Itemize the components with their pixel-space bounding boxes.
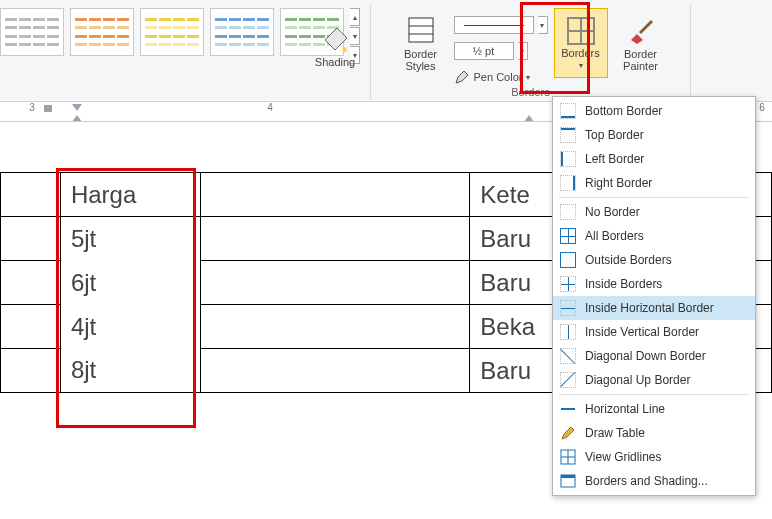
pen-color-label: Pen Color	[474, 71, 523, 83]
bucket-icon	[319, 22, 351, 54]
menu-diagonal-up-border[interactable]: Diagonal Up Border	[553, 368, 755, 392]
ruler-indent-marker[interactable]	[44, 105, 52, 112]
ruler-hanging-indent[interactable]	[72, 112, 82, 122]
hline-icon	[560, 401, 576, 417]
borders-icon	[567, 17, 595, 45]
menu-borders-and-shading[interactable]: Borders and Shading...	[553, 469, 755, 493]
menu-diagonal-down-border[interactable]: Diagonal Down Border	[553, 344, 755, 368]
pen-weight-value: ½ pt	[473, 45, 494, 57]
borders-label: Borders	[561, 47, 600, 59]
ruler-num: 4	[267, 102, 273, 113]
borders-dropdown-button[interactable]: Borders ▾	[554, 8, 608, 78]
dialog-icon	[560, 473, 576, 489]
menu-inside-borders[interactable]: Inside Borders	[553, 272, 755, 296]
menu-separator	[559, 197, 749, 198]
menu-separator	[559, 394, 749, 395]
border-painter-label: Border Painter	[623, 48, 658, 72]
menu-inside-horizontal-border[interactable]: Inside Horizontal Border	[553, 296, 755, 320]
line-style-caret[interactable]: ▾	[538, 16, 548, 34]
cell[interactable]: 6jt	[60, 261, 200, 305]
menu-inside-vertical-border[interactable]: Inside Vertical Border	[553, 320, 755, 344]
menu-horizontal-line[interactable]: Horizontal Line	[553, 397, 755, 421]
pencil-icon	[560, 425, 576, 441]
menu-bottom-border[interactable]: Bottom Border	[553, 99, 755, 123]
border-styles-label: Border Styles	[404, 48, 437, 72]
table-styles-group: ▴ ▾ ▾ Shading	[0, 4, 371, 100]
menu-label: Top Border	[585, 128, 644, 142]
shading-label: Shading	[315, 56, 355, 68]
table-style-thumb[interactable]	[140, 8, 204, 56]
menu-label: Diagonal Down Border	[585, 349, 706, 363]
menu-label: All Borders	[585, 229, 644, 243]
menu-draw-table[interactable]: Draw Table	[553, 421, 755, 445]
menu-label: Diagonal Up Border	[585, 373, 690, 387]
border-styles-button[interactable]: Border Styles	[394, 8, 448, 78]
menu-label: Inside Borders	[585, 277, 662, 291]
menu-label: Bottom Border	[585, 104, 662, 118]
pen-icon	[454, 69, 470, 85]
menu-label: Inside Vertical Border	[585, 325, 699, 339]
ruler-num: 3	[29, 102, 35, 113]
menu-outside-borders[interactable]: Outside Borders	[553, 248, 755, 272]
menu-view-gridlines[interactable]: View Gridlines	[553, 445, 755, 469]
borders-dropdown-menu: Bottom Border Top Border Left Border Rig…	[552, 96, 756, 496]
cell-harga-header[interactable]: Harga	[60, 173, 200, 217]
cell[interactable]: 8jt	[60, 349, 200, 393]
borders-group: Border Styles ▾ ½ pt ▾ Pen Color ▾	[371, 4, 691, 100]
table-style-thumb[interactable]	[210, 8, 274, 56]
menu-left-border[interactable]: Left Border	[553, 147, 755, 171]
shading-button[interactable]: Shading	[308, 10, 362, 80]
ruler-num: 6	[759, 102, 765, 113]
menu-label: No Border	[585, 205, 640, 219]
menu-label: Draw Table	[585, 426, 645, 440]
table-style-thumb[interactable]	[0, 8, 64, 56]
brush-icon	[625, 14, 657, 46]
menu-label: Inside Horizontal Border	[585, 301, 714, 315]
menu-label: View Gridlines	[585, 450, 661, 464]
menu-label: Right Border	[585, 176, 652, 190]
menu-label: Horizontal Line	[585, 402, 665, 416]
menu-no-border[interactable]: No Border	[553, 200, 755, 224]
pen-color-button[interactable]: Pen Color ▾	[454, 66, 531, 88]
border-styles-icon	[405, 14, 437, 46]
menu-label: Left Border	[585, 152, 644, 166]
table-style-thumb[interactable]	[70, 8, 134, 56]
menu-top-border[interactable]: Top Border	[553, 123, 755, 147]
ruler-right-indent[interactable]	[524, 112, 534, 122]
border-painter-button[interactable]: Border Painter	[614, 8, 668, 78]
menu-all-borders[interactable]: All Borders	[553, 224, 755, 248]
menu-right-border[interactable]: Right Border	[553, 171, 755, 195]
pen-weight-select[interactable]: ½ pt	[454, 42, 514, 60]
menu-label: Outside Borders	[585, 253, 672, 267]
cell[interactable]: 5jt	[60, 217, 200, 261]
ribbon: ▴ ▾ ▾ Shading Border Styles ▾ ½ pt	[0, 0, 772, 102]
svg-rect-0	[409, 18, 433, 42]
pen-controls: ▾ ½ pt ▾ Pen Color ▾	[454, 8, 548, 88]
cell[interactable]: 4jt	[60, 305, 200, 349]
line-style-select[interactable]	[454, 16, 534, 34]
svg-rect-8	[561, 475, 575, 478]
pen-weight-caret[interactable]: ▾	[518, 42, 528, 60]
grid-icon	[560, 449, 576, 465]
menu-label: Borders and Shading...	[585, 474, 708, 488]
